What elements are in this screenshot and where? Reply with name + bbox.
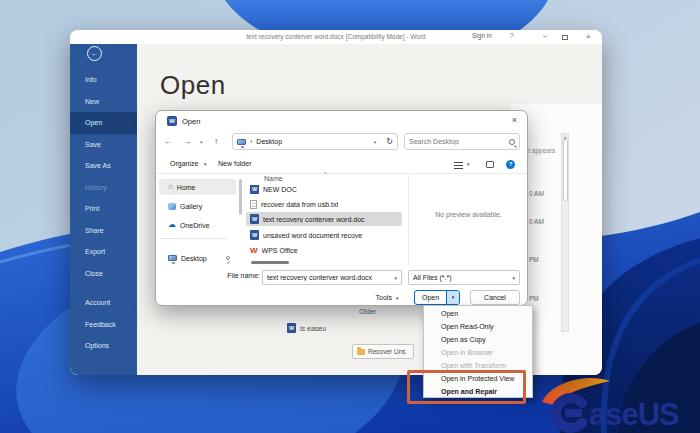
word-doc-icon: W xyxy=(250,230,259,240)
sidebar-item-export[interactable]: Export xyxy=(70,241,137,263)
minimize-icon[interactable]: – xyxy=(543,32,547,39)
preview-divider xyxy=(408,175,409,265)
nav-item-onedrive[interactable]: › ☁ OneDrive xyxy=(159,217,236,233)
nav-item-home[interactable]: ⌂ Home xyxy=(159,179,236,195)
pin-icon xyxy=(226,256,230,260)
tools-dropdown-icon: ▾ xyxy=(396,295,399,301)
recent-file-item[interactable]: W is easeu xyxy=(287,322,326,334)
easeus-logo: aseUS xyxy=(532,372,700,433)
menu-item-open-in-protected-view[interactable]: Open in Protected View xyxy=(424,372,532,385)
view-dropdown-icon[interactable]: ▾ xyxy=(467,161,470,167)
file-row[interactable]: recover data from usb.txt xyxy=(246,197,402,211)
address-dropdown-icon[interactable]: ▾ xyxy=(374,139,377,145)
organize-button[interactable]: Organize xyxy=(170,160,198,167)
sign-in-button[interactable]: Sign in xyxy=(472,32,492,39)
backstage-sidebar: ← Info New Open Save Save As History Pri… xyxy=(70,44,137,375)
sidebar-item-save-as[interactable]: Save As xyxy=(70,155,137,177)
dialog-titlebar: W Open × xyxy=(156,111,527,131)
file-row-selected[interactable]: W text recovery conterver word.doc xyxy=(246,212,402,226)
sidebar-item-print[interactable]: Print xyxy=(70,198,137,220)
dialog-title: Open xyxy=(182,117,200,126)
recent-locations-icon[interactable]: ▾ xyxy=(200,139,203,145)
menu-item-open-with-transform: Open with Transform xyxy=(424,359,532,372)
nav-scrollbar[interactable] xyxy=(239,179,242,215)
view-options-icon[interactable] xyxy=(454,162,463,169)
menu-item-open-in-browser: Open in Browser xyxy=(424,346,532,359)
open-file-dialog: W Open × ← → ▾ ↑ › Desktop ▾ ↻ Organize … xyxy=(155,110,528,306)
time-fragment: 0 AM xyxy=(529,218,544,225)
file-row[interactable]: W WPS Office xyxy=(246,243,402,257)
nav-item-gallery[interactable]: Gallery xyxy=(159,198,236,214)
file-type-dropdown-icon[interactable]: ▾ xyxy=(512,275,515,281)
recover-unsaved-button[interactable]: Recover Uns xyxy=(352,344,414,359)
menu-item-open-and-repair[interactable]: Open and Repair xyxy=(424,385,532,398)
organize-dropdown-icon[interactable]: ▾ xyxy=(204,161,207,167)
file-row[interactable]: W NEW DOC xyxy=(246,185,402,196)
sidebar-item-info[interactable]: Info xyxy=(70,69,137,91)
dialog-toolbar: Organize ▾ New folder ▾ ? xyxy=(156,155,527,174)
menu-item-open-read-only[interactable]: Open Read-Only xyxy=(424,320,532,333)
time-fragment: 0 AM xyxy=(529,190,544,197)
cancel-button[interactable]: Cancel xyxy=(470,290,520,305)
nav-item-desktop[interactable]: Desktop xyxy=(159,250,236,266)
file-name-input[interactable] xyxy=(267,274,394,281)
sort-ascending-icon: ^ xyxy=(324,171,327,177)
sidebar-item-options[interactable]: Options xyxy=(70,335,137,357)
time-fragment: PM xyxy=(529,295,539,302)
search-box xyxy=(404,133,520,150)
new-folder-button[interactable]: New folder xyxy=(218,160,251,167)
back-arrow-icon[interactable]: ← xyxy=(87,46,102,61)
onedrive-icon: ☁ xyxy=(168,221,176,229)
folder-icon xyxy=(357,349,365,355)
file-name-label: File name: xyxy=(214,272,260,279)
open-button[interactable]: Open ▾ xyxy=(414,290,460,305)
dialog-help-icon[interactable]: ? xyxy=(506,160,515,169)
file-row[interactable]: W unsaved word document recove xyxy=(246,228,402,242)
open-dropdown-menu: Open Open Read-Only Open as Copy Open in… xyxy=(423,305,533,398)
backstage-scrollbar[interactable]: ▴ xyxy=(561,133,569,332)
file-name-dropdown-icon[interactable]: ▾ xyxy=(394,275,397,281)
word-doc-icon: W xyxy=(250,185,259,194)
open-split-dropdown-icon[interactable]: ▾ xyxy=(446,291,459,304)
refresh-icon[interactable]: ↻ xyxy=(386,137,393,146)
tools-button[interactable]: Tools ▾ xyxy=(366,290,408,305)
menu-item-open-as-copy[interactable]: Open as Copy xyxy=(424,333,532,346)
word-doc-icon: W xyxy=(287,323,296,333)
word-app-icon: W xyxy=(167,116,177,126)
sidebar-item-history[interactable]: History xyxy=(70,177,137,199)
home-icon: ⌂ xyxy=(168,183,173,191)
sidebar-item-share[interactable]: Share xyxy=(70,220,137,242)
search-input[interactable] xyxy=(409,138,509,145)
preview-pane-icon[interactable] xyxy=(486,161,494,168)
text-file-icon xyxy=(250,200,257,209)
back-icon[interactable]: ← xyxy=(164,137,172,146)
dialog-close-icon[interactable]: × xyxy=(512,115,517,125)
desktop-location-icon xyxy=(237,139,246,145)
forward-icon[interactable]: → xyxy=(183,137,191,146)
word-doc-icon: W xyxy=(250,214,259,224)
sidebar-item-feedback[interactable]: Feedback xyxy=(70,314,137,336)
nav-divider xyxy=(160,238,228,239)
word-titlebar: text recovery conterver word.docx [Compa… xyxy=(70,30,602,44)
column-header-name[interactable]: Name xyxy=(264,175,283,182)
menu-item-open[interactable]: Open xyxy=(424,307,532,320)
wps-office-icon: W xyxy=(250,246,258,255)
sidebar-item-save[interactable]: Save xyxy=(70,134,137,156)
help-icon[interactable]: ? xyxy=(510,32,514,39)
file-type-combo[interactable]: All Files (*.*) ▾ xyxy=(408,270,520,285)
sidebar-item-new[interactable]: New xyxy=(70,91,137,113)
breadcrumb-location[interactable]: Desktop xyxy=(256,138,282,145)
sidebar-item-close[interactable]: Close xyxy=(70,263,137,285)
file-list: W NEW DOC recover data from usb.txt W te… xyxy=(244,185,404,264)
horizontal-scrollbar[interactable] xyxy=(251,261,289,264)
close-icon[interactable]: × xyxy=(586,32,591,41)
scrollbar-thumb[interactable] xyxy=(563,139,569,201)
up-icon[interactable]: ↑ xyxy=(214,137,218,146)
desktop: aseUS text recovery conterver word.docx … xyxy=(0,0,700,433)
address-bar[interactable]: › Desktop ▾ ↻ xyxy=(232,133,398,150)
maximize-icon[interactable] xyxy=(562,35,568,40)
file-name-combo: ▾ xyxy=(262,270,402,285)
easeus-letters: aseUS xyxy=(589,397,679,432)
sidebar-item-open[interactable]: Open xyxy=(70,112,137,134)
sidebar-item-account[interactable]: Account xyxy=(70,292,137,314)
